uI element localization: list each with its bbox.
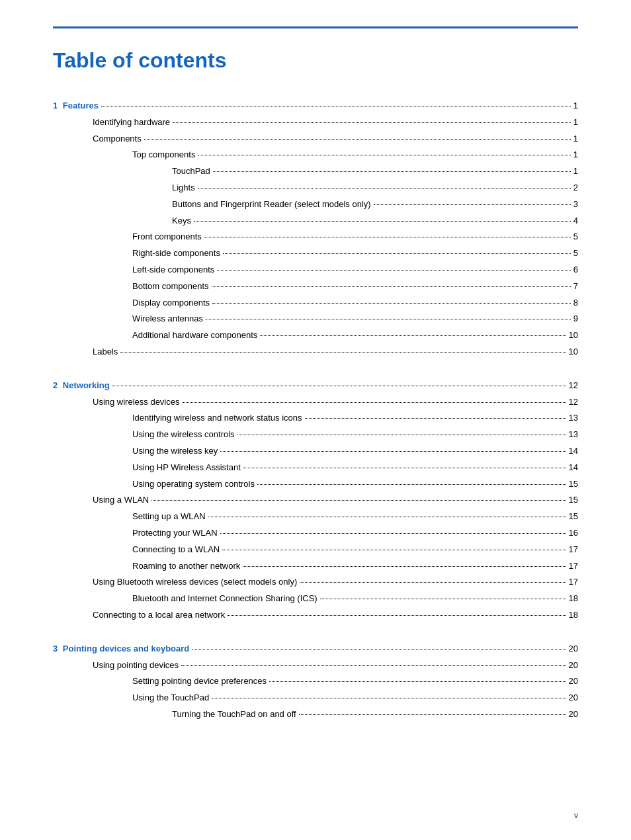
- toc-entry: Top components1: [53, 148, 578, 162]
- toc-entry: Bottom components7: [53, 280, 578, 294]
- entry-text: Using a WLAN: [93, 493, 149, 507]
- toc-entry: Connecting to a WLAN17: [53, 543, 578, 557]
- toc-section: 1 Features1Identifying hardware1Componen…: [53, 99, 578, 359]
- toc-entry: Setting pointing device preferences20: [53, 675, 578, 689]
- toc-entry: Additional hardware components10: [53, 329, 578, 343]
- entry-text: Display components: [132, 296, 210, 310]
- toc-entry: Setting up a WLAN15: [53, 510, 578, 524]
- entry-text: Lights: [172, 181, 195, 195]
- entry-text: Setting pointing device preferences: [132, 675, 267, 689]
- toc-entry: Components1: [53, 132, 578, 146]
- toc-entry: Using the wireless key14: [53, 444, 578, 458]
- entry-text: Right-side components: [132, 247, 220, 261]
- chapter-text: 2 Networking: [53, 379, 110, 393]
- toc-entry: Protecting your WLAN16: [53, 526, 578, 540]
- entry-text: TouchPad: [172, 165, 210, 179]
- top-rule: [53, 26, 578, 28]
- toc-entry: Using operating system controls15: [53, 478, 578, 491]
- toc-entry: Left-side components6: [53, 263, 578, 277]
- toc-entry: Bluetooth and Internet Connection Sharin…: [53, 592, 578, 606]
- toc-entry: Using a WLAN15: [53, 493, 578, 507]
- entry-text: Identifying wireless and network status …: [132, 411, 302, 425]
- entry-text: Using the wireless key: [132, 444, 218, 458]
- entry-text: Using HP Wireless Assistant: [132, 461, 241, 475]
- toc-entry: Keys4: [53, 214, 578, 228]
- entry-text: Using the TouchPad: [132, 691, 209, 705]
- entry-text: Bluetooth and Internet Connection Sharin…: [132, 592, 317, 606]
- toc-entry: Connecting to a local area network18: [53, 609, 578, 622]
- entry-text: Roaming to another network: [132, 560, 240, 573]
- toc-entry: Using pointing devices20: [53, 659, 578, 673]
- entry-text: Top components: [132, 148, 195, 162]
- entry-text: Left-side components: [132, 263, 214, 277]
- toc-entry: Turning the TouchPad on and off20: [53, 708, 578, 722]
- entry-text: Identifying hardware: [93, 116, 170, 130]
- toc-entry: Using the wireless controls13: [53, 428, 578, 442]
- toc-entry: Wireless antennas9: [53, 312, 578, 326]
- entry-text: Keys: [172, 214, 191, 228]
- entry-text: Connecting to a WLAN: [132, 543, 220, 557]
- toc-entry: Buttons and Fingerprint Reader (select m…: [53, 198, 578, 212]
- toc-content: 1 Features1Identifying hardware1Componen…: [53, 99, 578, 722]
- toc-chapter-entry: 3 Pointing devices and keyboard20: [53, 642, 578, 656]
- entry-text: Buttons and Fingerprint Reader (select m…: [172, 198, 371, 212]
- toc-entry: Lights2: [53, 181, 578, 195]
- toc-entry: Using Bluetooth wireless devices (select…: [53, 575, 578, 589]
- entry-text: Protecting your WLAN: [132, 526, 218, 540]
- toc-entry: Using the TouchPad20: [53, 691, 578, 705]
- entry-text: Using Bluetooth wireless devices (select…: [93, 575, 297, 589]
- toc-entry: Using HP Wireless Assistant14: [53, 461, 578, 475]
- entry-text: Turning the TouchPad on and off: [172, 708, 296, 722]
- entry-text: Using wireless devices: [93, 396, 180, 409]
- page-title: Table of contents: [53, 48, 578, 73]
- entry-text: Connecting to a local area network: [93, 609, 225, 622]
- chapter-text: 3 Pointing devices and keyboard: [53, 642, 189, 656]
- chapter-text: 1 Features: [53, 99, 99, 113]
- toc-section: 3 Pointing devices and keyboard20Using p…: [53, 642, 578, 722]
- toc-entry: Display components8: [53, 296, 578, 310]
- toc-entry: Front components5: [53, 230, 578, 244]
- entry-text: Additional hardware components: [132, 329, 257, 343]
- toc-entry: Right-side components5: [53, 247, 578, 261]
- entry-text: Using operating system controls: [132, 478, 255, 491]
- toc-entry: Identifying hardware1: [53, 116, 578, 130]
- toc-entry: TouchPad1: [53, 165, 578, 179]
- toc-section: 2 Networking12Using wireless devices12Id…: [53, 379, 578, 622]
- page-container: Table of contents 1 Features1Identifying…: [0, 0, 631, 840]
- entry-text: Setting up a WLAN: [132, 510, 206, 524]
- entry-text: Bottom components: [132, 280, 209, 294]
- entry-text: Using pointing devices: [93, 659, 179, 673]
- toc-entry: Labels10: [53, 345, 578, 359]
- footer-page-number: v: [574, 811, 578, 820]
- entry-text: Components: [93, 132, 142, 146]
- toc-entry: Identifying wireless and network status …: [53, 411, 578, 425]
- toc-entry: Roaming to another network17: [53, 560, 578, 573]
- entry-text: Using the wireless controls: [132, 428, 235, 442]
- entry-text: Labels: [93, 345, 118, 359]
- toc-chapter-entry: 1 Features1: [53, 99, 578, 113]
- entry-text: Wireless antennas: [132, 312, 203, 326]
- toc-entry: Using wireless devices12: [53, 396, 578, 409]
- toc-chapter-entry: 2 Networking12: [53, 379, 578, 393]
- entry-text: Front components: [132, 230, 202, 244]
